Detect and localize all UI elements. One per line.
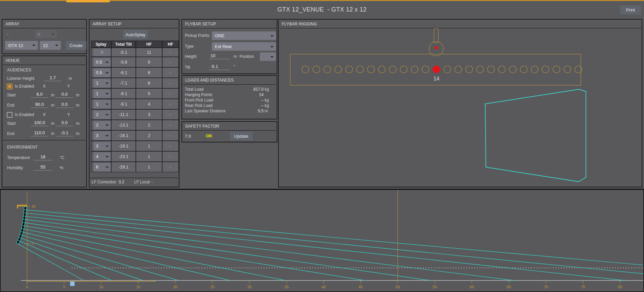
total-tilt-cell: -8.1 [111,88,136,99]
array-size-dropdown[interactable]: 12 [40,41,61,50]
loads-row-value: 817.0 [243,87,264,92]
flybar-hole[interactable] [335,66,342,73]
audience1-end-y-input[interactable]: 0.0 [56,102,73,108]
flybar-hole[interactable] [346,66,353,73]
flybar-hole[interactable] [367,66,374,73]
splay-dropdown[interactable]: 3 [93,131,111,140]
audience1-end-x-input[interactable]: 90.0 [31,102,48,108]
splay-dropdown[interactable]: 3 [93,142,111,151]
total-tilt-cell: -5.1 [111,48,136,57]
hf-local-cell: -- [162,67,179,78]
divider [183,84,276,85]
audience1-start-y-input[interactable]: 0.0 [56,91,73,98]
coverage-ray [21,238,143,280]
splay-dropdown[interactable]: 1 [93,89,111,98]
height-input[interactable]: 10 [209,53,230,59]
lf-correction-label: LF Correction [92,180,116,184]
tilt-input[interactable]: -5.1 [209,64,230,70]
type-dropdown[interactable]: Ext Rear [212,42,276,51]
flybar-hole[interactable] [542,66,549,73]
flybar-hole[interactable] [400,66,407,73]
humidity-input[interactable]: 55 [33,164,52,171]
table-row: 2-13.12-- [91,120,179,130]
chevron-down-icon [105,125,109,126]
splay-dropdown[interactable]: 0.5 [93,68,111,77]
safety-value[interactable]: 7.0 [185,134,191,139]
lf-correction-value: 3.2 [119,180,124,184]
flybar-hole[interactable] [498,66,505,73]
flybar-hole[interactable] [476,66,484,73]
divider [183,28,276,28]
audience1-enabled-checkbox[interactable] [7,84,13,89]
splay-dropdown[interactable]: 4 [93,152,111,161]
audience2-start-y-input[interactable]: 0.0 [56,120,73,126]
position-dropdown[interactable] [260,52,276,61]
safety-panel: SAFETY FACTOR 7.0 OK Update [181,121,277,142]
audience2-x-label: X [43,112,46,117]
print-button[interactable]: Print [620,5,641,15]
audience1-start-x-input[interactable]: 6.0 [31,91,48,98]
loads-row-label: Total Load [185,87,243,92]
listener-height-input[interactable]: 1.7 [44,75,61,81]
audience2-enabled-checkbox[interactable] [7,112,13,118]
splay-dropdown[interactable]: 2 [93,121,111,130]
splay-dropdown[interactable]: 2 [93,110,111,119]
audience1-enabled-label: Is Enabled [15,84,34,89]
flybar-hole[interactable] [411,66,418,73]
flybar-hole[interactable] [324,66,331,73]
audience2-end-y-input[interactable]: -0.1 [56,130,73,136]
x-axis-tick-label: 5 [63,285,65,289]
audience-start-slider-handle[interactable] [70,282,75,286]
autosplay-button[interactable]: AutoSplay [123,30,148,39]
flybar-hole[interactable] [531,66,538,73]
update-button[interactable]: Update [229,131,253,141]
pickup-points-value: ONE [215,33,224,38]
total-tilt-cell: -19.1 [111,141,136,151]
chevron-down-icon [105,62,109,63]
loads-row: Front Pick Load--kg [182,97,277,103]
temperature-input[interactable]: 18 [33,154,52,160]
flybar-hole[interactable] [488,66,495,73]
flybar-hole[interactable] [389,66,396,73]
hf-local-cell: -- [162,162,179,172]
flybar-hole[interactable] [520,66,527,73]
splay-dropdown[interactable]: 6 [93,163,111,172]
environment-header: ENVIRONMENT [7,145,38,150]
audience2-end-x-input[interactable]: 110.0 [31,130,48,136]
splay-dropdown[interactable]: 1 [93,79,111,88]
flybar-hole[interactable] [466,66,473,73]
flybar-hole[interactable] [444,66,451,73]
table-row: 2-11.13-- [91,109,179,120]
flybar-hole[interactable] [553,66,560,73]
audience1-y-label: Y [67,84,70,89]
hf-correction-cell: 4 [136,99,162,109]
flybar-hole[interactable] [422,66,429,73]
create-button[interactable]: Create [66,41,86,50]
splay-dropdown[interactable]: 1 [93,100,111,109]
coverage-ray [20,241,112,280]
flybar-setup-panel: FLYBAR SETUP Pickup Points ONE Type Ext … [181,19,277,74]
audience2-start-x-input[interactable]: 100.0 [31,120,48,126]
loads-row: Last Speaker Distance5.5m [182,108,277,114]
flybar-hole-selected[interactable] [433,66,440,73]
pickup-points-dropdown[interactable]: ONE [212,31,276,40]
array-model-dropdown[interactable]: GTX 12 [5,41,38,50]
splay-dropdown[interactable]: 0.5 [93,58,111,67]
flybar-hole[interactable] [302,66,309,73]
flybar-hole[interactable] [378,66,386,73]
hf-correction-cell: 11 [136,48,162,57]
flybar-hole[interactable] [313,66,320,73]
splay-cell: 2 [91,109,111,120]
humidity-label: Humidity [7,165,23,170]
total-tilt-cell: -29.1 [111,162,136,172]
lf-footer: LF Correction 3.2 LF Local -- [90,178,179,187]
chevron-down-icon [55,45,58,46]
audiences-header: AUDIENCES [7,68,31,72]
flybar-hole[interactable] [356,66,364,73]
coverage-ray [23,232,230,280]
flybar-hole[interactable] [455,66,462,73]
flybar-hole[interactable] [564,66,571,73]
x-axis-tick-label: 15 [136,285,140,289]
type-value: Ext Rear [215,44,232,49]
flybar-hole[interactable] [509,66,516,73]
